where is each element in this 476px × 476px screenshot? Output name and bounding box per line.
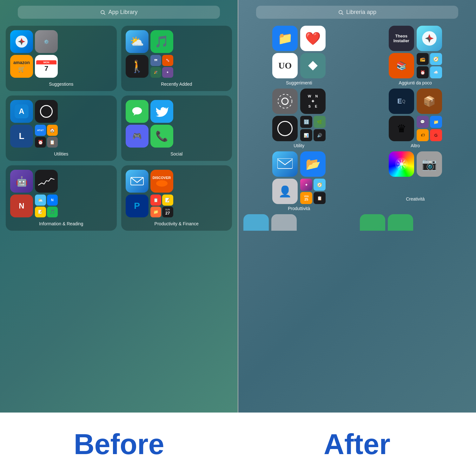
before-suggestions-folder[interactable]: amazon 🛒 ⚙️ MON 7 Suggestions (6, 26, 117, 91)
photos-icon (389, 151, 414, 177)
aibot-icon: 🤖 (10, 170, 33, 193)
safari-icon (10, 30, 33, 53)
electra-icon: EQ (389, 89, 414, 114)
after-label-container: After (238, 413, 476, 476)
watch-icon (35, 100, 58, 123)
partial-icon1 (243, 214, 269, 231)
svg-point-10 (132, 107, 142, 115)
spotify-icon-before: 🎵 (150, 30, 173, 53)
suggerimenti-folder[interactable]: 📁 ❤️ UO Suggerimenti (243, 26, 355, 85)
camera-icon: 📷 (417, 151, 442, 177)
prod-mini-grid: ✦ 🧭 VEN25 📋 (300, 179, 326, 204)
svg-marker-17 (308, 61, 318, 70)
phone-icon: 📞 (150, 125, 173, 148)
notchpink-icon: N (10, 195, 33, 217)
mail-icon-after (272, 151, 298, 177)
aggiunti-folder[interactable]: TheosInstaller 📚 📻 🧭 ⏰ ☁️ (360, 26, 471, 85)
recently-added-label: Recently Added (126, 82, 228, 87)
contacts-icon: 👤 (272, 179, 298, 204)
safari-icon-after (417, 26, 442, 51)
clock-mini: ⏰ (35, 137, 46, 148)
partial-icon3 (360, 214, 385, 231)
social-label: Social (126, 151, 228, 156)
svg-text:A: A (19, 107, 24, 116)
aggiunti-label: Aggiunti da poco (399, 80, 432, 85)
before-search-text: App Library (108, 9, 137, 16)
candy-mini-icon: 🍬 (162, 55, 173, 66)
before-search-bar[interactable]: App Library (18, 6, 220, 19)
before-info-folder[interactable]: 🤖 N ⛅ N 📝 🎵 (6, 165, 117, 231)
settings-icon-after (272, 89, 298, 114)
utility-folder[interactable]: W N ✦ S E 🔢 🌿 📊 (243, 89, 355, 148)
suggerimenti-label: Suggerimenti (286, 80, 312, 85)
theos-icon: TheosInstaller (389, 26, 414, 51)
aggiunti-mini-grid: 📻 🧭 ⏰ ☁️ (417, 53, 442, 78)
suggestions-label: Suggestions (10, 82, 112, 87)
maps-mini-icon: 🗺 (150, 55, 162, 66)
settings-icon: ⚙️ (35, 30, 58, 53)
search-icon-before (100, 10, 106, 15)
notes-mini: 📝 (35, 207, 46, 218)
utilities-label: Utilities (10, 151, 112, 156)
spotify-mini: 🎵 (47, 207, 58, 218)
altro-label: Altro (411, 143, 420, 148)
productivity-label: Productivity & Finance (126, 221, 228, 226)
calendar-icon: MON 7 (35, 55, 58, 78)
uo-icon: UO (272, 53, 298, 78)
before-label-container: Before (0, 413, 238, 476)
notes-mini2: 📝 (162, 195, 173, 206)
after-row3: 📂 👤 ✦ 🧭 VEN25 📋 Produttività (243, 151, 471, 211)
letterpress-icon: L (10, 125, 33, 148)
paypal-icon: P (126, 195, 149, 217)
svg-line-16 (342, 13, 343, 15)
partial-icon4 (388, 214, 413, 231)
files-icon-after: 📁 (272, 26, 298, 51)
svg-point-24 (278, 94, 292, 108)
cydia-icon: 📦 (417, 89, 442, 114)
att-mini: AT&T (35, 125, 46, 136)
files-mini: 📁 (150, 207, 162, 218)
produttivita-folder[interactable]: 📂 👤 ✦ 🧭 VEN25 📋 Produttività (243, 151, 355, 211)
twitter-icon (150, 100, 173, 123)
altro-folder[interactable]: EQ 📦 ♛ 💬 📁 🏷 G Altro (360, 89, 471, 148)
compass-icon: W N ✦ S E (300, 89, 326, 114)
svg-point-0 (101, 10, 104, 14)
weather-mini: ⛅ (35, 195, 46, 206)
svg-rect-25 (277, 158, 293, 169)
svg-line-1 (104, 13, 105, 15)
before-productivity-folder[interactable]: P DISCOVER 📋 📝 📁 SUN27 (121, 165, 232, 231)
utility-mini-grid: 🔢 🌿 📊 🔊 (300, 116, 326, 141)
extra-mini-icon: ✦ (162, 67, 173, 78)
after-row2: W N ✦ S E 🔢 🌿 📊 (243, 89, 471, 148)
before-utilities-folder[interactable]: A L AT&T 🏠 ⏰ 📋 (6, 96, 117, 161)
stocks-icon (35, 170, 58, 193)
before-categories-grid: amazon 🛒 ⚙️ MON 7 Suggestions (0, 26, 238, 231)
appstore-icon: A (10, 100, 33, 123)
creativita-label: Creatività (406, 196, 425, 202)
produttivita-label: Produttività (288, 206, 310, 211)
after-bottom-partial (243, 214, 471, 231)
before-recently-folder[interactable]: ⛅ 🚶 🎵 🗺 🍬 🎉 (121, 26, 232, 91)
after-search-text: Libreria app (346, 9, 376, 16)
files-icon-prod: 📂 (300, 151, 326, 177)
cal27-mini: SUN27 (162, 207, 173, 218)
jumbo-mini-icon: 🎉 (150, 67, 162, 78)
after-panel: Libreria app 📁 ❤️ UO (238, 0, 476, 413)
partial-icon2 (271, 214, 297, 231)
before-social-folder[interactable]: 🎮 📞 Social (121, 96, 232, 161)
reminders-mini2: 📋 (150, 195, 162, 206)
health-icon: ❤️ (300, 26, 326, 51)
labels-row: Before After (0, 413, 476, 476)
diamond-icon (300, 53, 326, 78)
after-search-bar[interactable]: Libreria app (256, 6, 458, 19)
info-label: Information & Reading (10, 221, 112, 226)
weather-icon-before: ⛅ (126, 30, 149, 53)
before-label: Before (74, 428, 164, 461)
creativita-folder[interactable]: 📷 Creatività (360, 151, 471, 211)
search-icon-after (338, 10, 344, 15)
amazon-icon: amazon 🛒 (10, 55, 33, 78)
discover-icon: DISCOVER (150, 170, 173, 193)
svg-point-15 (339, 10, 342, 14)
home-mini: 🏠 (47, 125, 58, 136)
svg-point-23 (282, 98, 288, 104)
